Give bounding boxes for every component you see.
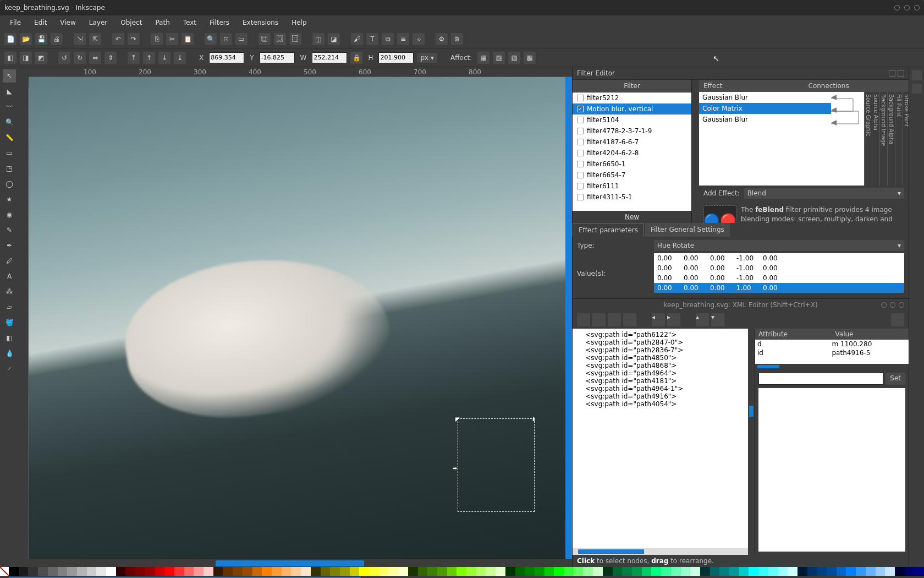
menu-object[interactable]: Object: [115, 17, 147, 29]
w-input[interactable]: [312, 52, 347, 63]
color-swatch-12[interactable]: [125, 567, 135, 576]
color-swatch-86[interactable]: [846, 567, 856, 576]
select-all-button[interactable]: ◧: [4, 52, 16, 64]
redo-button[interactable]: ↷: [128, 33, 140, 45]
color-swatch-20[interactable]: [204, 567, 213, 576]
xml-node-2[interactable]: <svg:path id="path2836-7">: [577, 346, 744, 354]
unit-dropdown[interactable]: px ▾: [417, 53, 437, 63]
color-swatch-80[interactable]: [788, 567, 798, 576]
source-0[interactable]: Source Graphic: [864, 92, 872, 186]
clone-button[interactable]: ⿴: [274, 33, 286, 45]
print-button[interactable]: 🖨: [51, 33, 63, 45]
panel-close[interactable]: [898, 70, 904, 77]
rotate-cw-button[interactable]: ↻: [74, 52, 86, 64]
filter-checkbox[interactable]: [577, 183, 584, 189]
menu-edit[interactable]: Edit: [29, 17, 52, 29]
color-swatch-56[interactable]: [554, 567, 564, 576]
y-input[interactable]: [260, 52, 295, 63]
color-swatch-79[interactable]: [778, 567, 788, 576]
deselect-button[interactable]: ◩: [35, 52, 47, 64]
xml-duplicate-button[interactable]: [608, 313, 621, 326]
zoom-drawing-button[interactable]: ⊡: [220, 33, 232, 45]
menu-path[interactable]: Path: [150, 17, 175, 29]
color-swatch-62[interactable]: [613, 567, 623, 576]
dock-item-2[interactable]: [912, 84, 922, 94]
color-swatch-5[interactable]: [58, 567, 68, 576]
color-swatch-11[interactable]: [116, 567, 126, 576]
tab-filter-general[interactable]: Filter General Settings: [645, 223, 730, 237]
color-swatch-58[interactable]: [574, 567, 584, 576]
color-swatch-46[interactable]: [457, 567, 466, 576]
color-swatch-31[interactable]: [311, 567, 321, 576]
calligraphy-tool[interactable]: 🖊: [3, 254, 16, 268]
xml-node-9[interactable]: <svg:path id="path4054">: [577, 400, 744, 408]
color-swatch-32[interactable]: [321, 567, 331, 576]
color-swatch-39[interactable]: [388, 567, 398, 576]
color-swatch-67[interactable]: [661, 567, 671, 576]
effect-row-1[interactable]: Color Matrix: [699, 103, 831, 114]
color-swatch-73[interactable]: [719, 567, 729, 576]
color-swatch-3[interactable]: [38, 567, 48, 576]
group-button[interactable]: ◫: [312, 33, 324, 45]
filter-checkbox[interactable]: [577, 194, 584, 200]
filter-checkbox[interactable]: [577, 139, 584, 145]
import-button[interactable]: ⇲: [74, 33, 86, 45]
x-input[interactable]: [209, 52, 244, 63]
ungroup-button[interactable]: ◪: [328, 33, 340, 45]
xml-attr-1[interactable]: idpath4916-5: [755, 348, 909, 357]
raise-button[interactable]: ↑: [143, 52, 155, 64]
xml-node-4[interactable]: <svg:path id="path4868">: [577, 362, 744, 369]
color-swatch-4[interactable]: [48, 567, 58, 576]
xml-node-5[interactable]: <svg:path id="path4964">: [577, 369, 744, 377]
color-swatch-14[interactable]: [145, 567, 155, 576]
zoom-selection-button[interactable]: 🔍: [205, 33, 217, 45]
zoom-tool[interactable]: 🔍: [3, 116, 16, 129]
star-tool[interactable]: ★: [3, 193, 16, 206]
color-swatch-69[interactable]: [681, 567, 691, 576]
color-swatch-0[interactable]: [9, 567, 19, 576]
xml-close[interactable]: [899, 302, 904, 308]
color-swatch-34[interactable]: [340, 567, 350, 576]
fill-stroke-button[interactable]: 🖌: [351, 33, 363, 45]
3dbox-tool[interactable]: ◳: [3, 162, 16, 175]
gradient-tool[interactable]: ◧: [3, 331, 16, 345]
color-swatch-57[interactable]: [564, 567, 574, 576]
affect-corners-button[interactable]: ▨: [493, 52, 505, 64]
undo-button[interactable]: ↶: [112, 33, 124, 45]
affect-pattern-button[interactable]: ▩: [524, 52, 536, 64]
effect-row-0[interactable]: Gaussian Blur: [699, 92, 831, 103]
select-layers-button[interactable]: ◨: [20, 52, 32, 64]
export-button[interactable]: ⇱: [89, 33, 101, 45]
filter-checkbox[interactable]: [577, 161, 584, 167]
measure-tool[interactable]: 📏: [3, 131, 16, 144]
color-swatch-21[interactable]: [213, 567, 223, 576]
filter-item-6[interactable]: filter6650-1: [573, 159, 691, 170]
color-swatch-43[interactable]: [427, 567, 437, 576]
color-swatch-41[interactable]: [408, 567, 418, 576]
copy-button[interactable]: ⎘: [151, 33, 163, 45]
color-swatch-61[interactable]: [603, 567, 613, 576]
xml-prev-button[interactable]: ◂: [652, 313, 665, 326]
text-tool[interactable]: A: [3, 270, 16, 283]
xml-node-7[interactable]: <svg:path id="path4964-1">: [577, 385, 744, 392]
node-tool[interactable]: ◣: [3, 85, 16, 98]
unlink-button[interactable]: ⿵: [289, 33, 301, 45]
close-button[interactable]: [914, 5, 920, 10]
color-swatch-65[interactable]: [642, 567, 652, 576]
transform-button[interactable]: ⟐: [413, 33, 425, 45]
filter-checkbox[interactable]: [577, 95, 584, 101]
color-swatch-18[interactable]: [184, 567, 194, 576]
cut-button[interactable]: ✂: [166, 33, 178, 45]
filter-item-3[interactable]: filter4778-2-3-7-1-9: [573, 126, 691, 137]
filter-checkbox[interactable]: ✓: [577, 106, 584, 112]
canvas-hscroll[interactable]: [29, 559, 572, 567]
spiral-tool[interactable]: ◉: [3, 208, 16, 221]
color-swatch-42[interactable]: [418, 567, 428, 576]
selection-handle-w[interactable]: ⬌: [453, 465, 458, 471]
color-swatch-37[interactable]: [369, 567, 379, 576]
matrix-row-3[interactable]: 0.000.000.001.000.00: [654, 283, 904, 293]
xml-node-8[interactable]: <svg:path id="path4916">: [577, 392, 744, 400]
color-swatch-84[interactable]: [827, 567, 837, 576]
xml-max[interactable]: [890, 302, 895, 308]
color-swatch-30[interactable]: [301, 567, 311, 576]
